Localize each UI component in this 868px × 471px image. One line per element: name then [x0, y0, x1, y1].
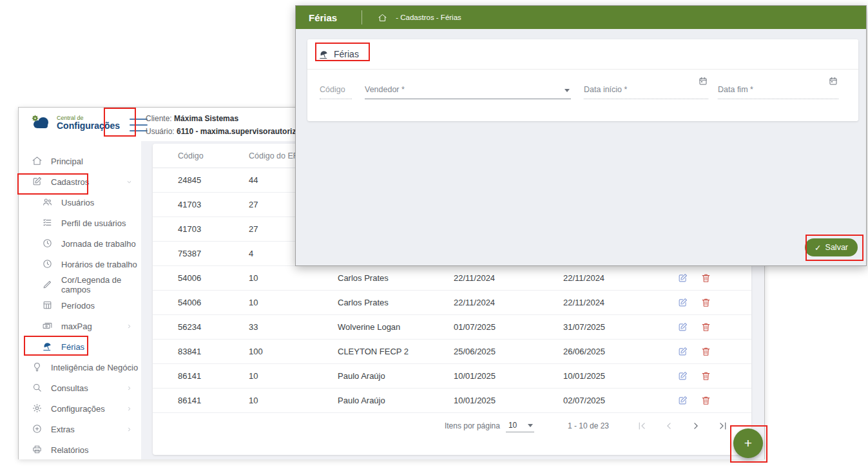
sidebar-item-principal[interactable]: Principal	[19, 151, 141, 171]
logo-text-bottom: Configurações	[57, 121, 120, 131]
cell-vendedor: Paulo Araújo	[338, 371, 454, 381]
cell-codigo: 83841	[178, 347, 249, 356]
session-info: Cliente: Máxima Sistemas Usuário: 6110 -…	[146, 112, 296, 138]
sidebar-item-relatorios[interactable]: Relatórios	[19, 439, 141, 460]
sidebar-item-horarios-de-trabalho[interactable]: Horários de trabalho	[19, 254, 141, 274]
table-icon	[42, 300, 53, 311]
sidebar-item-cor-legenda-de-campos[interactable]: Cor/Legenda de campos	[19, 274, 141, 295]
cell-vendedor: CLEYTON FECP 2	[338, 347, 454, 356]
cell-data-fim: 10/01/2025	[563, 371, 677, 381]
cell-data-inicio: 10/01/2025	[454, 371, 563, 381]
data-fim-field[interactable]: Data fim *	[718, 75, 838, 99]
previous-page-icon[interactable]	[663, 420, 675, 432]
edit-row-icon[interactable]	[677, 395, 688, 406]
sidebar-item-inteligencia-de-negocio[interactable]: Inteligência de Negócio	[19, 357, 141, 378]
chevron-down-icon	[126, 178, 133, 186]
cell-data-inicio: 22/11/2024	[454, 273, 563, 283]
codigo-label: Código	[320, 85, 345, 94]
sidebar-item-ferias[interactable]: Férias	[19, 336, 141, 357]
delete-row-icon[interactable]	[700, 395, 711, 406]
sidebar-item-configuracoes[interactable]: Configurações	[19, 398, 141, 419]
calendar-icon[interactable]	[698, 76, 708, 86]
chevron-right-icon	[126, 405, 133, 412]
cell-data-fim: 31/07/2025	[563, 322, 677, 332]
edit-row-icon[interactable]	[677, 297, 688, 308]
bulb-icon	[32, 361, 43, 373]
app-logo: Central de Configurações	[29, 114, 120, 131]
sidebar-item-usuarios[interactable]: Usuários	[19, 192, 141, 213]
home-icon[interactable]	[378, 13, 387, 23]
delete-row-icon[interactable]	[700, 297, 711, 308]
table-row: 8614110Paulo Araújo10/01/202510/01/2025	[153, 364, 751, 389]
last-page-icon[interactable]	[717, 420, 729, 432]
card-title: Férias	[307, 39, 858, 70]
pencil-icon	[42, 279, 53, 291]
page-size-select[interactable]: 10	[506, 419, 534, 432]
delete-row-icon[interactable]	[700, 322, 711, 332]
cell-codigo-erp: 100	[249, 347, 338, 356]
vendedor-select[interactable]: Vendedor *	[365, 75, 571, 99]
card-title-text: Férias	[334, 49, 359, 59]
cell-codigo: 41703	[178, 224, 249, 234]
cell-codigo-erp: 33	[249, 322, 338, 332]
chevron-right-icon	[126, 426, 133, 433]
checklist-icon	[42, 217, 53, 229]
cell-codigo-erp: 10	[249, 273, 338, 283]
table-row: 8614110Paulo Araújo10/01/202502/07/2025	[153, 389, 751, 413]
calendar-icon[interactable]	[828, 76, 838, 86]
edit-row-icon[interactable]	[677, 273, 688, 284]
modal-header: Férias - Cadastros - Férias	[296, 6, 866, 29]
delete-row-icon[interactable]	[700, 370, 711, 381]
banknote-icon	[42, 320, 53, 332]
edit-row-icon[interactable]	[677, 346, 688, 357]
sidebar-menu: PrincipalCadastrosUsuáriosPerfil de usuá…	[19, 141, 141, 459]
cell-data-fim: 22/11/2024	[563, 298, 677, 307]
breadcrumb: - Cadastros - Férias	[396, 14, 461, 21]
cell-data-inicio: 01/07/2025	[454, 322, 563, 332]
save-button[interactable]: ✓ Salvar	[805, 238, 858, 256]
cell-codigo: 75387	[178, 249, 249, 258]
cloud-logo-icon	[29, 114, 52, 131]
user-label: Usuário:	[146, 127, 175, 136]
sidebar-item-consultas[interactable]: Consultas	[19, 378, 141, 398]
sidebar-item-cadastros[interactable]: Cadastros	[19, 171, 141, 192]
edit-row-icon[interactable]	[677, 322, 688, 332]
cell-codigo-erp: 10	[249, 396, 338, 405]
logo-text-top: Central de	[57, 115, 120, 121]
data-inicio-label: Data início *	[584, 85, 627, 94]
page-size-value: 10	[508, 421, 517, 430]
next-page-icon[interactable]	[690, 420, 702, 432]
chevron-right-icon	[126, 323, 133, 330]
sidebar-item-maxpag[interactable]: maxPag	[19, 316, 141, 336]
cell-codigo-erp: 10	[249, 298, 338, 307]
first-page-icon[interactable]	[636, 420, 648, 432]
cell-codigo: 24845	[178, 175, 249, 185]
paginator: Itens por página 10 1 - 10 de 23	[445, 413, 729, 439]
save-button-label: Salvar	[825, 243, 848, 252]
items-per-page-label: Itens por página	[445, 421, 500, 430]
add-ferias-fab-button[interactable]: +	[733, 428, 763, 458]
data-inicio-field[interactable]: Data início *	[584, 75, 708, 99]
cell-data-fim: 02/07/2025	[563, 396, 677, 405]
table-row: 5400610Carlos Prates22/11/202422/11/2024	[153, 266, 751, 291]
header-divider	[362, 10, 362, 24]
table-row: 5623433Wolverine Logan01/07/202531/07/20…	[153, 315, 751, 340]
clock-icon	[42, 258, 53, 270]
cell-codigo: 54006	[178, 273, 249, 283]
delete-row-icon[interactable]	[700, 273, 711, 284]
sidebar-item-jornada-de-trabalho[interactable]: Jornada de trabalho	[19, 233, 141, 254]
sidebar-item-periodos[interactable]: Períodos	[19, 295, 141, 316]
vendedor-label: Vendedor *	[365, 85, 405, 94]
delete-row-icon[interactable]	[700, 346, 711, 357]
sidebar-item-extras[interactable]: Extras	[19, 419, 141, 439]
sidebar-item-perfil-de-usuarios[interactable]: Perfil de usuários	[19, 213, 141, 233]
edit-row-icon[interactable]	[677, 370, 688, 381]
gear-icon	[32, 403, 43, 414]
chevron-down-icon	[564, 89, 570, 92]
col-header-codigo: Código	[178, 151, 249, 160]
umbrella-icon	[42, 341, 53, 352]
plus-circle-icon	[32, 423, 43, 435]
edit-square-icon	[32, 176, 43, 187]
cell-codigo: 54006	[178, 298, 249, 307]
cell-data-inicio: 25/06/2025	[454, 347, 563, 356]
